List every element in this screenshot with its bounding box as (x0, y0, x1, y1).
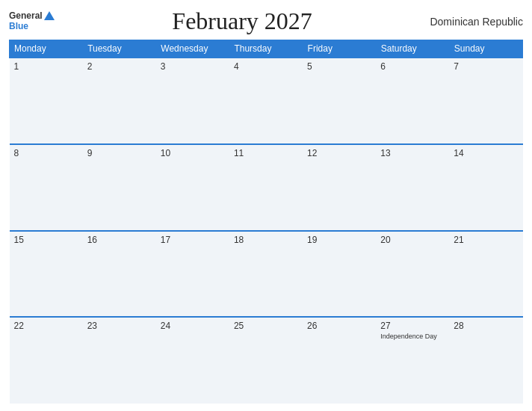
day-number: 15 (14, 235, 78, 245)
day-number: 17 (161, 235, 225, 245)
logo: General Blue (9, 11, 55, 31)
weekday-sunday: Sunday (449, 40, 522, 58)
calendar-table: Monday Tuesday Wednesday Thursday Friday… (9, 40, 523, 404)
day-number: 14 (454, 148, 518, 158)
day-number: 10 (161, 148, 225, 158)
day-number: 8 (14, 148, 78, 158)
logo-general-text: General (9, 11, 43, 21)
day-number: 24 (161, 321, 225, 331)
calendar-header: Monday Tuesday Wednesday Thursday Friday… (10, 40, 523, 58)
logo-blue-text: Blue (9, 22, 55, 31)
day-number: 27 (380, 321, 445, 331)
calendar-cell: 19 (303, 231, 376, 318)
calendar-cell: 26 (303, 317, 376, 404)
calendar-cell: 2 (83, 58, 156, 144)
calendar-cell: 4 (229, 58, 303, 144)
calendar-cell: 8 (10, 144, 83, 231)
logo-triangle-icon (44, 11, 55, 20)
calendar-page: General Blue February 2027 Dominican Rep… (0, 0, 532, 411)
calendar-cell: 10 (156, 144, 229, 231)
weekday-saturday: Saturday (376, 40, 449, 58)
day-number: 23 (87, 321, 152, 331)
day-number: 4 (234, 61, 298, 72)
day-number: 19 (307, 235, 371, 245)
calendar-cell: 16 (83, 231, 156, 318)
day-number: 5 (307, 61, 371, 72)
day-number: 7 (454, 61, 518, 72)
calendar-cell: 7 (449, 58, 522, 144)
day-number: 12 (307, 148, 371, 158)
calendar-cell: 15 (10, 231, 83, 318)
calendar-cell: 5 (303, 58, 376, 144)
holiday-label: Independence Day (380, 333, 445, 341)
calendar-cell: 14 (449, 144, 522, 231)
day-number: 11 (234, 148, 298, 158)
calendar-cell: 28 (449, 317, 522, 404)
calendar-week-row: 222324252627Independence Day28 (10, 317, 523, 404)
country-name: Dominican Republic (430, 16, 523, 28)
calendar-cell: 9 (83, 144, 156, 231)
calendar-week-row: 891011121314 (10, 144, 523, 231)
calendar-cell: 11 (229, 144, 303, 231)
day-number: 22 (14, 321, 78, 331)
day-number: 21 (454, 235, 518, 245)
calendar-cell: 25 (229, 317, 303, 404)
calendar-cell: 21 (449, 231, 522, 318)
weekday-wednesday: Wednesday (156, 40, 229, 58)
day-number: 3 (161, 61, 225, 72)
day-number: 20 (380, 235, 445, 245)
day-number: 1 (14, 61, 78, 72)
day-number: 18 (234, 235, 298, 245)
header: General Blue February 2027 Dominican Rep… (9, 7, 523, 35)
weekday-header-row: Monday Tuesday Wednesday Thursday Friday… (10, 40, 523, 58)
day-number: 13 (380, 148, 445, 158)
day-number: 28 (454, 321, 518, 331)
calendar-title: February 2027 (172, 7, 312, 35)
calendar-week-row: 15161718192021 (10, 231, 523, 318)
calendar-body: 1234567891011121314151617181920212223242… (10, 58, 523, 404)
calendar-cell: 17 (156, 231, 229, 318)
weekday-monday: Monday (10, 40, 83, 58)
calendar-cell: 20 (376, 231, 449, 318)
calendar-cell: 3 (156, 58, 229, 144)
calendar-cell: 24 (156, 317, 229, 404)
calendar-cell: 27Independence Day (376, 317, 449, 404)
day-number: 2 (87, 61, 152, 72)
weekday-friday: Friday (303, 40, 376, 58)
calendar-cell: 13 (376, 144, 449, 231)
day-number: 9 (87, 148, 152, 158)
weekday-thursday: Thursday (229, 40, 303, 58)
calendar-cell: 18 (229, 231, 303, 318)
calendar-cell: 12 (303, 144, 376, 231)
weekday-tuesday: Tuesday (83, 40, 156, 58)
day-number: 6 (380, 61, 445, 72)
calendar-cell: 6 (376, 58, 449, 144)
day-number: 26 (307, 321, 371, 331)
day-number: 25 (234, 321, 298, 331)
calendar-cell: 23 (83, 317, 156, 404)
calendar-cell: 1 (10, 58, 83, 144)
calendar-cell: 22 (10, 317, 83, 404)
calendar-week-row: 1234567 (10, 58, 523, 144)
day-number: 16 (87, 235, 152, 245)
